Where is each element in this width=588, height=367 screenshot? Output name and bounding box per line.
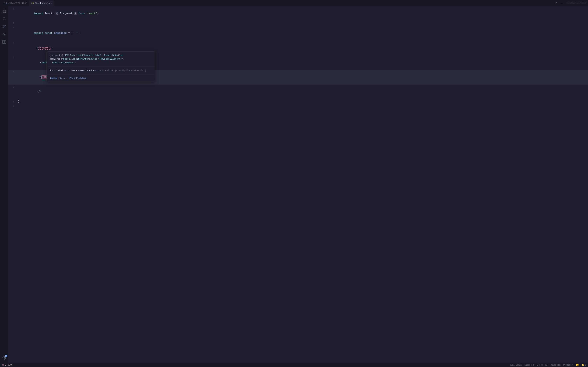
line-num-2: 2 <box>9 21 17 26</box>
code-editor[interactable]: 1 import React, { Fragment } from 'react… <box>9 6 588 363</box>
sidebar-item-git[interactable] <box>1 23 8 30</box>
status-ln-col[interactable]: Ln 1, Col 26 <box>510 364 522 366</box>
tag-fragment-open: Fragment <box>38 46 51 49</box>
tooltip-dot1: . <box>69 54 70 57</box>
line-num-3: 3 <box>9 26 17 31</box>
sidebar-item-explorer[interactable] <box>1 8 8 15</box>
svg-rect-8 <box>4 42 6 43</box>
tab-bar: { } .eslintrc.json JS Checkbox.js ✕ ⊟ ··… <box>0 0 588 6</box>
tooltip-react-ns: React <box>104 54 111 57</box>
status-warnings[interactable]: ⚠ 0 <box>8 364 12 366</box>
line-num-5: 5 <box>9 55 17 60</box>
more-actions-icon[interactable]: ··· <box>559 1 564 5</box>
status-notifications[interactable]: 🔔 1 <box>581 364 586 366</box>
kw-from: from <box>78 12 85 15</box>
tooltip-error-code: eslint(jsx-a11y/label-has-for) <box>105 69 146 72</box>
tooltip-jsx-type: JSX <box>65 54 69 57</box>
close-icon[interactable]: ✕ <box>51 2 52 4</box>
line-content-1: import React, { Fragment } from 'react'; <box>17 6 588 21</box>
warning-count: 0 <box>10 364 12 366</box>
tooltip-type-line2: HTMLProps<React.LabelHTMLAttributes<HTML… <box>50 58 125 60</box>
json-icon: { } <box>3 2 7 4</box>
status-bar: ⊗ 1 ⚠ 0 Ln 1, Col 26 Spaces: 2 UTF-8 LF … <box>0 363 588 367</box>
line-content-9 <box>17 104 588 109</box>
split-editor-icon[interactable]: ⊟ <box>556 1 557 5</box>
line-content-8: ); <box>17 99 588 104</box>
tooltip-close-ang: > <box>74 61 75 64</box>
line-num-6: 6 <box>9 70 17 75</box>
tooltip-ang2: >>, <box>121 58 125 60</box>
vscode-brand: CODEWITHANTONIO <box>566 2 587 4</box>
status-errors[interactable]: ⊗ 1 <box>2 364 6 366</box>
svg-point-2 <box>3 25 4 26</box>
status-spaces[interactable]: Spaces: 2 <box>525 364 534 366</box>
svg-point-1 <box>3 18 5 20</box>
line-num-9: 9 <box>9 104 17 109</box>
kw-export: export <box>34 32 45 35</box>
svg-rect-7 <box>4 40 6 42</box>
status-encoding[interactable]: UTF-8 <box>537 364 543 366</box>
tooltip-colon: : <box>102 54 104 57</box>
svg-point-10 <box>4 357 5 359</box>
line-num-1: 1 <box>9 6 17 11</box>
ident-react: React <box>45 12 52 15</box>
tab-eslintrc-label: .eslintrc.json <box>8 2 27 4</box>
sidebar-item-extensions[interactable] <box>1 38 8 45</box>
status-language[interactable]: JavaScript <box>551 364 561 366</box>
code-line-1: 1 import React, { Fragment } from 'react… <box>9 6 588 21</box>
punct-brace-open: { <box>56 12 58 15</box>
peek-problem-button[interactable]: Peek Problem <box>68 76 87 80</box>
tooltip-error-msg: Form label must have associated control <box>50 69 103 72</box>
punct-space2 <box>85 12 86 15</box>
status-eol[interactable]: LF <box>545 364 548 366</box>
tag-bracket-open5: < <box>40 61 42 64</box>
settings-icon[interactable]: 1 <box>1 354 8 361</box>
code-line-2: 2 <box>9 21 588 26</box>
warning-icon: ⚠ <box>8 364 10 366</box>
status-formatter[interactable]: Prettier: ✓ <box>563 364 573 366</box>
tooltip-type-line3: HTMLLabelElement> <box>50 61 75 64</box>
error-count: 1 <box>5 364 6 366</box>
tooltip-type-property: (property) JSX.IntrinsicElements.label: … <box>50 54 123 57</box>
sidebar-item-search[interactable] <box>1 15 8 22</box>
tab-checkbox[interactable]: JS Checkbox.js ✕ <box>29 0 54 6</box>
line-num-4: 4 <box>9 41 17 45</box>
tooltip-label-prop: label <box>95 54 101 57</box>
status-emoji[interactable]: 😊 <box>576 364 579 366</box>
ident-fragment-word: Fragment <box>58 12 74 15</box>
status-bar-right: Ln 1, Col 26 Spaces: 2 UTF-8 LF JavaScri… <box>510 364 586 366</box>
code-line-9: 9 <box>9 104 588 109</box>
punct-comma: , <box>52 12 56 15</box>
tag-bracket-open6: < <box>40 76 42 79</box>
tooltip-detailed: Detailed <box>112 54 123 57</box>
tooltip-dot3: . <box>111 54 112 57</box>
tooltip-ang1: < <box>97 58 99 60</box>
svg-rect-6 <box>3 40 4 42</box>
line-num-7: 7 <box>9 84 17 90</box>
tooltip-intrinsic: IntrinsicElements <box>70 54 93 57</box>
quick-fix-button[interactable]: Quick Fix... <box>49 76 68 80</box>
punct-paren1: () <box>71 32 75 35</box>
punct-paren2: ( <box>78 32 81 35</box>
punct-semi1: ; <box>97 12 99 15</box>
punct-space3 <box>75 32 76 35</box>
tab-eslintrc[interactable]: { } .eslintrc.json <box>1 0 29 6</box>
tag-fragment-close: </> <box>37 90 42 93</box>
line-content-7: </> <box>17 84 588 99</box>
js-icon: JS <box>31 2 34 4</box>
sidebar-item-debug[interactable] <box>1 31 8 38</box>
svg-point-5 <box>4 34 5 35</box>
tooltip-type-section: (property) JSX.IntrinsicElements.label: … <box>47 51 155 67</box>
tooltip-htmllabel: HTMLLabelElement <box>99 58 121 60</box>
line-content-3: export const Checkbox = () ⇒ ( <box>17 26 588 41</box>
svg-rect-9 <box>3 42 4 43</box>
kw-const: const <box>45 32 54 35</box>
kw-import: import <box>34 12 45 15</box>
line-content-2 <box>17 21 588 26</box>
tag-bracket-open4: < <box>37 46 38 49</box>
tooltip-dot4: . <box>70 58 71 60</box>
code-line-8: 8 ); <box>9 99 588 104</box>
tooltip-error-section: Form label must have associated control … <box>47 67 155 75</box>
tab-checkbox-label: Checkbox.js <box>35 2 50 5</box>
tab-bar-actions: ⊟ ··· CODEWITHANTONIO <box>556 1 587 5</box>
